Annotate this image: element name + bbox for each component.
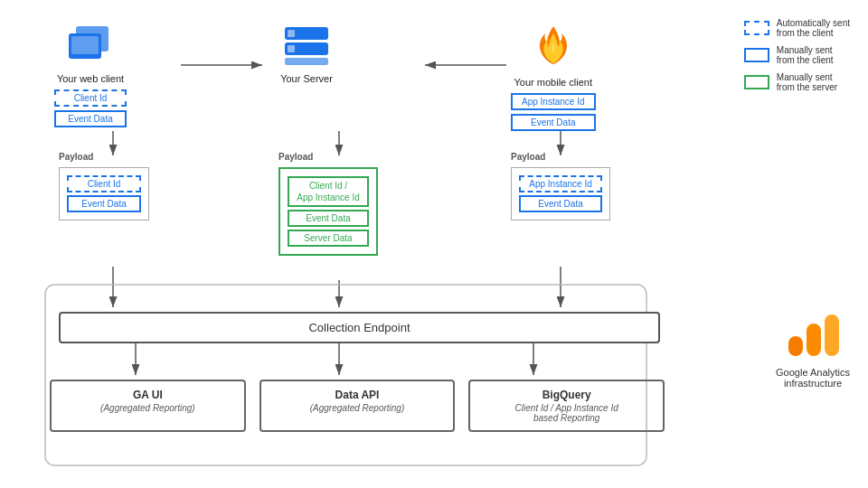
web-event-data-tag: Event Data	[54, 110, 127, 127]
legend-label-manual-client: Manually sent from the client	[777, 45, 834, 65]
server-payload-inner: Client Id /App Instance Id Event Data Se…	[288, 176, 369, 247]
mobile-client-label: Your mobile client	[514, 77, 592, 88]
data-api-title: Data API	[267, 389, 448, 401]
bigquery-title: BigQuery	[476, 389, 657, 401]
mobile-payload-event-data: Event Data	[519, 195, 602, 212]
web-client-tags: Client Id Event Data	[54, 89, 127, 127]
ga-ui-box: GA UI (Aggregated Reporting)	[50, 380, 246, 432]
mobile-event-data-tag: Event Data	[511, 114, 596, 131]
mobile-client-icon	[531, 23, 576, 73]
legend-label-auto: Automatically sent from the client	[777, 18, 850, 38]
legend-item-manual-client: Manually sent from the client	[744, 45, 850, 65]
svg-rect-22	[807, 324, 821, 356]
server-icon	[280, 23, 333, 70]
web-payload: Payload Client Id Event Data	[59, 152, 149, 221]
server-payload: Payload Client Id /App Instance Id Event…	[278, 152, 378, 256]
mobile-payload-app-instance-id: App Instance Id	[519, 175, 602, 192]
ga-infra-label: Google Analyticsinfrastructure	[776, 367, 850, 389]
legend-label-manual-server: Manually sent from the server	[777, 72, 837, 92]
collection-endpoint: Collection Endpoint	[59, 312, 660, 343]
svg-rect-19	[288, 45, 295, 52]
server-payload-event-data: Event Data	[288, 210, 369, 227]
web-payload-client-id: Client Id	[67, 175, 141, 192]
legend-item-auto: Automatically sent from the client	[744, 18, 850, 38]
legend: Automatically sent from the client Manua…	[744, 18, 850, 92]
legend-item-manual-server: Manually sent from the server	[744, 72, 850, 92]
legend-box-auto	[744, 21, 769, 35]
bigquery-box: BigQuery Client Id / App Instance Idbase…	[468, 380, 665, 432]
ga-infrastructure: Google Analyticsinfrastructure	[776, 307, 850, 389]
web-client-label: Your web client	[57, 73, 124, 84]
server-payload-client-app-id: Client Id /App Instance Id	[288, 176, 369, 207]
svg-rect-21	[788, 336, 803, 356]
svg-rect-23	[825, 314, 839, 356]
mobile-payload-label: Payload	[511, 152, 610, 162]
data-api-sub: (Aggregated Reporting)	[267, 403, 448, 413]
diagram: Automatically sent from the client Manua…	[0, 0, 868, 488]
ga-ui-title: GA UI	[57, 389, 239, 401]
svg-rect-20	[285, 58, 328, 65]
bigquery-sub: Client Id / App Instance Idbased Reporti…	[476, 403, 657, 423]
ga-ui-sub: (Aggregated Reporting)	[57, 403, 239, 413]
mobile-payload: Payload App Instance Id Event Data	[511, 152, 610, 221]
svg-rect-15	[71, 36, 99, 54]
mobile-client-block: Your mobile client App Instance Id Event…	[511, 23, 596, 131]
web-client-block: Your web client Client Id Event Data	[54, 23, 127, 127]
svg-rect-17	[288, 30, 295, 37]
web-payload-inner: Client Id Event Data	[67, 175, 141, 212]
server-label: Your Server	[280, 73, 333, 84]
mobile-client-tags: App Instance Id Event Data	[511, 93, 596, 131]
app-instance-id-tag: App Instance Id	[511, 93, 596, 110]
server-payload-label: Payload	[278, 152, 378, 162]
mobile-payload-inner: App Instance Id Event Data	[519, 175, 602, 212]
web-client-icon	[63, 23, 118, 70]
data-api-box: Data API (Aggregated Reporting)	[259, 380, 456, 432]
collection-endpoint-label: Collection Endpoint	[308, 321, 410, 334]
ga-icon	[781, 307, 844, 361]
web-payload-event-data: Event Data	[67, 195, 141, 212]
server-payload-server-data: Server Data	[288, 230, 369, 247]
legend-box-manual-client	[744, 48, 769, 62]
web-client-id-tag: Client Id	[54, 89, 127, 107]
server-block: Your Server	[280, 23, 333, 84]
bottom-boxes: GA UI (Aggregated Reporting) Data API (A…	[50, 380, 665, 432]
legend-box-manual-server	[744, 75, 769, 89]
web-payload-label: Payload	[59, 152, 149, 162]
